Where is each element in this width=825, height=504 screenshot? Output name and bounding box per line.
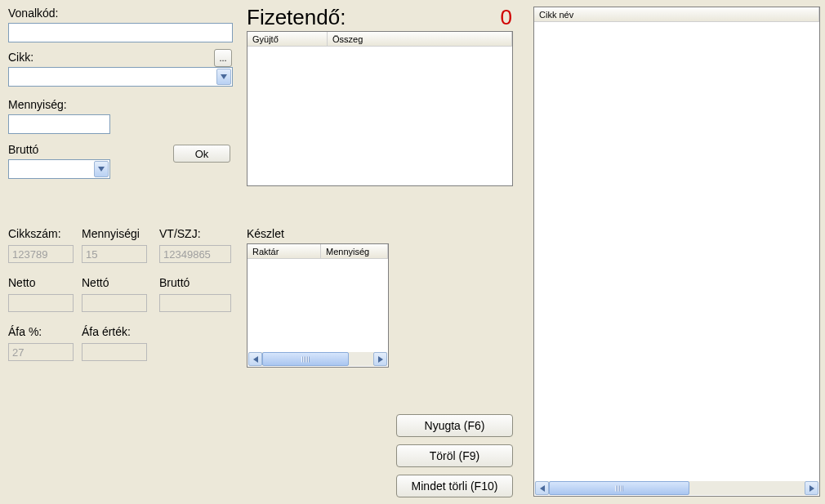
col-raktar[interactable]: Raktár bbox=[247, 244, 321, 258]
chevron-down-icon[interactable] bbox=[94, 161, 109, 177]
fizetendo-value: 0 bbox=[501, 5, 512, 30]
brutto2-field bbox=[159, 294, 231, 312]
col-osszeg[interactable]: Összeg bbox=[328, 32, 512, 46]
keszlet-list[interactable]: Raktár Mennyiség bbox=[247, 243, 389, 368]
item-label: Cikk: bbox=[8, 51, 33, 64]
scroll-left-icon[interactable] bbox=[248, 352, 262, 366]
torol-button[interactable]: Töröl (F9) bbox=[396, 444, 513, 467]
mennyisegi-label: Mennyiségi bbox=[82, 227, 140, 240]
brutto-label: Bruttó bbox=[8, 143, 38, 156]
ok-button[interactable]: Ok bbox=[173, 145, 230, 163]
col-mennyiseg[interactable]: Mennyiség bbox=[321, 244, 388, 258]
afapct-field bbox=[8, 343, 74, 361]
keszlet-label: Készlet bbox=[247, 227, 284, 240]
netto1-field bbox=[8, 294, 74, 312]
col-cikknev[interactable]: Cikk név bbox=[534, 7, 819, 21]
barcode-input[interactable] bbox=[8, 23, 233, 42]
nyugta-button[interactable]: Nyugta (F6) bbox=[396, 414, 513, 437]
qty-label: Mennyiség: bbox=[8, 98, 67, 111]
scrollbar-horizontal[interactable] bbox=[248, 352, 387, 366]
list-header: Cikk név bbox=[534, 7, 819, 22]
cikkszam-field bbox=[8, 245, 74, 263]
list-header: Gyüjtő Összeg bbox=[247, 32, 512, 47]
netto2-field bbox=[82, 294, 147, 312]
fizetendo-label: Fizetendő: bbox=[247, 5, 346, 30]
qty-input[interactable] bbox=[8, 114, 110, 134]
brutto2-label: Bruttó bbox=[159, 276, 190, 289]
fizetendo-list[interactable]: Gyüjtő Összeg bbox=[247, 31, 513, 186]
scrollbar-horizontal[interactable] bbox=[535, 481, 818, 495]
barcode-label: Vonalkód: bbox=[8, 7, 59, 20]
list-header: Raktár Mennyiség bbox=[247, 244, 388, 259]
vtszj-label: VT/SZJ: bbox=[159, 227, 201, 240]
scroll-right-icon[interactable] bbox=[373, 352, 387, 366]
mindet-button[interactable]: Mindet törli (F10) bbox=[396, 475, 513, 497]
item-combo[interactable] bbox=[8, 67, 233, 87]
vtszj-field bbox=[159, 245, 231, 263]
afaertek-field bbox=[82, 343, 147, 361]
chevron-down-icon[interactable] bbox=[216, 69, 231, 85]
netto2-label: Nettó bbox=[82, 276, 109, 289]
brutto-combo[interactable] bbox=[8, 159, 110, 179]
scroll-thumb[interactable] bbox=[262, 352, 349, 366]
col-gyujto[interactable]: Gyüjtő bbox=[247, 32, 328, 46]
scroll-left-icon[interactable] bbox=[535, 481, 549, 495]
afaertek-label: Áfa érték: bbox=[82, 325, 131, 338]
netto1-label: Netto bbox=[8, 276, 35, 289]
browse-button[interactable]: ... bbox=[214, 49, 232, 67]
cikkszam-label: Cikkszám: bbox=[8, 227, 61, 240]
cikk-list[interactable]: Cikk név bbox=[533, 7, 820, 497]
mennyisegi-field bbox=[82, 245, 147, 263]
afapct-label: Áfa %: bbox=[8, 325, 42, 338]
scroll-right-icon[interactable] bbox=[805, 481, 818, 495]
scroll-thumb[interactable] bbox=[549, 481, 689, 495]
